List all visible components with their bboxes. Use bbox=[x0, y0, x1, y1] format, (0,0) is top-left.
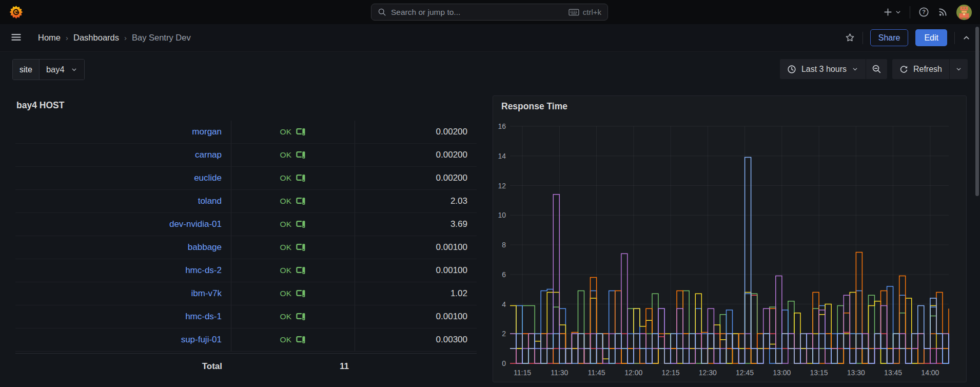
add-button[interactable] bbox=[883, 7, 901, 17]
host-cell: hmc-ds-1 bbox=[15, 305, 231, 328]
status-ok-badge: OK bbox=[280, 197, 292, 206]
host-link[interactable]: dev-nvidia-01 bbox=[169, 219, 222, 229]
status-ok-badge: OK bbox=[280, 312, 292, 321]
host-cell: dev-nvidia-01 bbox=[15, 213, 231, 236]
grafana-logo-icon[interactable] bbox=[9, 5, 23, 19]
table-totals-row: Total 11 bbox=[15, 353, 477, 379]
breadcrumb-current: Bay Sentry Dev bbox=[132, 33, 191, 43]
host-cell: euclide bbox=[15, 167, 231, 189]
series-green-line bbox=[510, 291, 949, 364]
refresh-icon bbox=[899, 65, 908, 73]
server-icon bbox=[296, 312, 306, 322]
breadcrumb-bar: Home › Dashboards › Bay Sentry Dev Share… bbox=[0, 24, 980, 52]
y-axis-tick: 0 bbox=[502, 359, 506, 367]
dashboard-actions: Share Edit bbox=[845, 24, 971, 51]
breadcrumb-dashboards[interactable]: Dashboards bbox=[73, 33, 119, 43]
chevron-down-icon bbox=[852, 66, 858, 72]
server-icon bbox=[296, 219, 306, 229]
host-link[interactable]: hmc-ds-2 bbox=[185, 265, 222, 276]
zoom-out-button[interactable] bbox=[866, 59, 887, 79]
breadcrumb: Home › Dashboards › Bay Sentry Dev bbox=[38, 24, 191, 51]
status-cell: OK bbox=[231, 190, 355, 212]
status-cell: OK bbox=[231, 259, 355, 282]
breadcrumb-separator-icon: › bbox=[66, 33, 68, 42]
value-cell: 0.00100 bbox=[355, 305, 477, 328]
table-row: ibm-v7kOK1.02 bbox=[15, 282, 477, 305]
server-icon bbox=[296, 265, 306, 276]
status-cell: OK bbox=[231, 328, 355, 351]
value-cell: 0.00300 bbox=[355, 328, 477, 351]
response-time-panel: Response Time 024681012141611:1511:3011:… bbox=[493, 95, 967, 382]
refresh-group: Refresh bbox=[892, 59, 968, 79]
status-cell: OK bbox=[231, 144, 355, 166]
server-icon bbox=[296, 127, 306, 137]
series-orange-line bbox=[510, 252, 949, 363]
host-link[interactable]: morgan bbox=[192, 127, 222, 137]
x-axis-tick: 13:15 bbox=[810, 369, 828, 377]
chevron-up-icon[interactable] bbox=[962, 33, 971, 42]
help-icon[interactable]: ? bbox=[918, 7, 929, 17]
search-input[interactable]: Search or jump to... ctrl+k bbox=[371, 4, 608, 21]
site-variable-control: site bay4 bbox=[12, 59, 85, 80]
table-row: babbageOK0.00100 bbox=[15, 236, 477, 259]
total-value: 11 bbox=[231, 361, 355, 372]
host-cell: carnap bbox=[15, 144, 231, 166]
host-cell: toland bbox=[15, 190, 231, 212]
y-axis-tick: 4 bbox=[502, 300, 506, 308]
response-time-chart-svg: 024681012141611:1511:3011:4512:0012:1512… bbox=[493, 96, 966, 382]
host-link[interactable]: babbage bbox=[188, 242, 222, 253]
host-link[interactable]: euclide bbox=[194, 173, 222, 183]
search-shortcut: ctrl+k bbox=[569, 8, 601, 16]
server-icon bbox=[296, 242, 306, 253]
user-avatar[interactable] bbox=[956, 5, 972, 20]
edit-button[interactable]: Edit bbox=[915, 29, 947, 46]
table-row: tolandOK2.03 bbox=[15, 190, 477, 213]
panel-title[interactable]: bay4 HOST bbox=[16, 100, 64, 111]
y-axis-tick: 14 bbox=[498, 152, 506, 160]
host-link[interactable]: toland bbox=[198, 196, 222, 206]
x-axis-tick: 12:15 bbox=[662, 369, 680, 377]
refresh-button[interactable]: Refresh bbox=[892, 59, 949, 79]
chevron-down-icon bbox=[71, 66, 77, 73]
host-link[interactable]: sup-fuji-01 bbox=[181, 335, 222, 345]
refresh-interval-dropdown[interactable] bbox=[949, 59, 968, 79]
host-link[interactable]: ibm-v7k bbox=[191, 288, 222, 299]
star-favorite-icon[interactable] bbox=[845, 32, 855, 43]
site-variable-dropdown[interactable]: bay4 bbox=[40, 60, 84, 80]
status-ok-badge: OK bbox=[280, 173, 292, 183]
status-cell: OK bbox=[231, 305, 355, 328]
host-link[interactable]: carnap bbox=[195, 150, 222, 160]
news-rss-icon[interactable] bbox=[937, 7, 948, 17]
table-row: hmc-ds-2OK0.00100 bbox=[15, 259, 477, 282]
status-ok-badge: OK bbox=[280, 266, 292, 275]
status-ok-badge: OK bbox=[280, 243, 292, 252]
page-scrollbar[interactable] bbox=[975, 27, 979, 196]
value-cell: 1.02 bbox=[355, 282, 477, 305]
svg-text:?: ? bbox=[922, 9, 926, 15]
host-link[interactable]: hmc-ds-1 bbox=[185, 312, 222, 322]
x-axis-tick: 11:30 bbox=[551, 369, 568, 377]
status-ok-badge: OK bbox=[280, 289, 292, 298]
x-axis-tick: 11:15 bbox=[514, 369, 531, 377]
status-cell: OK bbox=[231, 167, 355, 189]
status-cell: OK bbox=[231, 213, 355, 236]
y-axis-tick: 6 bbox=[502, 270, 506, 279]
status-cell: OK bbox=[231, 282, 355, 305]
value-cell: 0.00200 bbox=[355, 167, 477, 189]
actions-divider bbox=[863, 32, 863, 44]
status-ok-badge: OK bbox=[280, 127, 292, 137]
host-cell: babbage bbox=[15, 236, 231, 259]
x-axis-tick: 12:45 bbox=[736, 369, 754, 377]
series-purple-line bbox=[510, 195, 949, 363]
table-row: sup-fuji-01OK0.00300 bbox=[15, 328, 477, 352]
menu-toggle-icon[interactable] bbox=[10, 31, 22, 45]
value-cell: 0.00100 bbox=[355, 259, 477, 282]
x-axis-tick: 14:00 bbox=[921, 369, 939, 377]
zoom-out-icon bbox=[872, 64, 881, 74]
share-button[interactable]: Share bbox=[870, 29, 909, 46]
x-axis-tick: 12:30 bbox=[699, 369, 717, 377]
breadcrumb-home[interactable]: Home bbox=[38, 33, 61, 43]
y-axis-tick: 8 bbox=[502, 241, 506, 249]
chevron-down-icon bbox=[895, 9, 901, 15]
time-range-picker[interactable]: Last 3 hours bbox=[780, 59, 866, 79]
